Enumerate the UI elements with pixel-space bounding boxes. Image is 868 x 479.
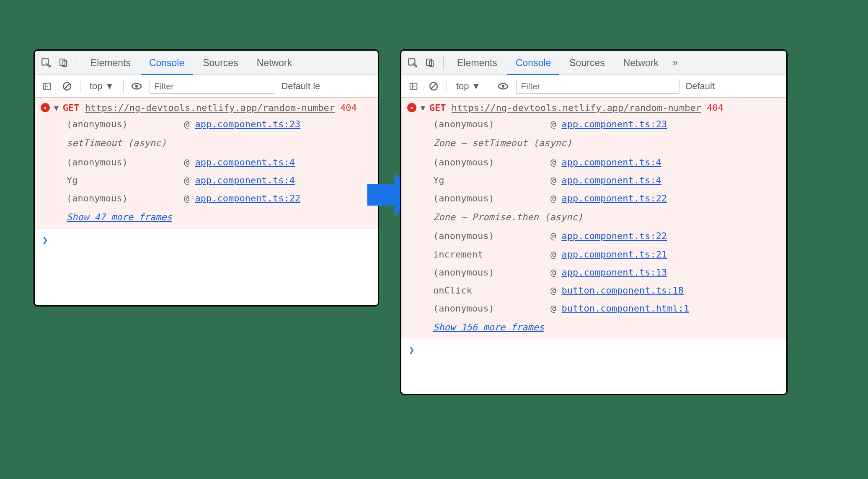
- source-link[interactable]: app.component.ts:22: [562, 193, 667, 203]
- stack-frame-source: @ app.component.ts:4: [184, 173, 372, 188]
- tab-network[interactable]: Network: [615, 51, 667, 75]
- prompt-chevron-icon: ❯: [42, 234, 48, 245]
- stack-frame-source: @ app.component.ts:13: [550, 265, 780, 280]
- source-link[interactable]: button.component.ts:18: [562, 285, 684, 296]
- svg-point-13: [502, 85, 505, 88]
- separator: [447, 80, 447, 93]
- show-more-frames-link[interactable]: Show 47 more frames: [67, 212, 172, 222]
- more-tabs-icon[interactable]: »: [669, 57, 682, 68]
- stack-trace: (anonymous)@ app.component.ts:23setTimeo…: [41, 115, 372, 224]
- filter-input[interactable]: [516, 79, 679, 94]
- live-expression-icon[interactable]: [496, 79, 510, 93]
- http-method: GET: [429, 103, 446, 113]
- stack-frame-fn: (anonymous): [67, 155, 184, 170]
- console-prompt[interactable]: ❯: [401, 339, 786, 361]
- stack-frame-source: @ app.component.ts:4: [550, 155, 780, 170]
- separator: [123, 80, 124, 93]
- devtools-window-before: Elements Console Sources Network top ▼ D…: [34, 49, 379, 306]
- console-error-entry: ✕ ▼ GET https://ng-devtools.netlify.app/…: [35, 98, 378, 229]
- source-link[interactable]: app.component.ts:4: [195, 175, 295, 185]
- prompt-chevron-icon: ❯: [409, 345, 414, 355]
- http-method: GET: [63, 103, 80, 113]
- svg-point-6: [135, 85, 138, 88]
- error-url[interactable]: https://ng-devtools.netlify.app/random-n…: [85, 103, 335, 113]
- stack-frame-source: @ app.component.ts:4: [184, 155, 372, 170]
- stack-frame-fn: (anonymous): [433, 155, 550, 170]
- tab-sources[interactable]: Sources: [194, 51, 246, 75]
- context-selector[interactable]: top ▼: [86, 81, 117, 92]
- stack-frame-source: @ button.component.html:1: [550, 301, 780, 316]
- disclosure-triangle-icon[interactable]: ▼: [421, 102, 425, 114]
- toggle-sidebar-icon[interactable]: [406, 79, 421, 93]
- console-body: ✕ ▼ GET https://ng-devtools.netlify.app/…: [35, 98, 378, 251]
- devtools-window-after: Elements Console Sources Network » top ▼…: [400, 49, 788, 395]
- tab-console[interactable]: Console: [141, 51, 193, 75]
- source-link[interactable]: app.component.ts:22: [562, 231, 667, 241]
- show-more-frames-link[interactable]: Show 156 more frames: [433, 322, 544, 332]
- console-prompt[interactable]: ❯: [35, 229, 378, 250]
- context-label: top: [456, 81, 469, 92]
- stack-frame-source: @ app.component.ts:22: [184, 191, 372, 206]
- inspect-icon[interactable]: [405, 55, 421, 71]
- clear-console-icon[interactable]: [426, 79, 441, 93]
- console-toolbar: top ▼ Default le: [35, 75, 378, 98]
- context-selector[interactable]: top ▼: [453, 81, 484, 92]
- tab-elements[interactable]: Elements: [449, 51, 506, 75]
- clear-console-icon[interactable]: [60, 79, 74, 93]
- tab-elements[interactable]: Elements: [82, 51, 139, 75]
- stack-frame-fn: Yg: [433, 173, 550, 188]
- console-error-entry: ✕ ▼ GET https://ng-devtools.netlify.app/…: [401, 98, 786, 339]
- source-link[interactable]: app.component.ts:4: [562, 157, 661, 167]
- toggle-sidebar-icon[interactable]: [40, 79, 54, 93]
- error-icon: ✕: [41, 103, 50, 112]
- error-summary: GET https://ng-devtools.netlify.app/rand…: [429, 100, 780, 115]
- context-label: top: [90, 81, 103, 92]
- stack-frame-fn: (anonymous): [433, 117, 550, 131]
- dropdown-caret-icon: ▼: [472, 81, 481, 92]
- source-link[interactable]: app.component.ts:13: [562, 267, 667, 278]
- source-link[interactable]: app.component.ts:21: [562, 249, 667, 260]
- stack-frame-fn: (anonymous): [67, 191, 184, 206]
- separator: [490, 80, 490, 93]
- source-link[interactable]: app.component.ts:22: [195, 193, 301, 203]
- stack-frame-source: @ app.component.ts:23: [550, 117, 780, 131]
- stack-frame-source: @ app.component.ts:22: [550, 229, 780, 243]
- log-level-selector[interactable]: Default le: [281, 81, 320, 92]
- console-body: ✕ ▼ GET https://ng-devtools.netlify.app/…: [401, 98, 786, 361]
- stack-frame-source: @ button.component.ts:18: [550, 283, 780, 298]
- live-expression-icon[interactable]: [129, 79, 144, 93]
- device-toggle-icon[interactable]: [422, 55, 438, 71]
- device-toggle-icon[interactable]: [56, 55, 72, 71]
- stack-frame-source: @ app.component.ts:22: [550, 191, 780, 206]
- stack-async-label: Zone – setTimeout (async): [433, 135, 780, 151]
- stack-frame-fn: Yg: [67, 173, 184, 188]
- disclosure-triangle-icon[interactable]: ▼: [54, 102, 59, 114]
- tab-sources[interactable]: Sources: [561, 51, 613, 75]
- stack-frame-fn: (anonymous): [433, 229, 550, 243]
- error-summary: GET https://ng-devtools.netlify.app/rand…: [63, 100, 372, 115]
- separator: [80, 80, 80, 93]
- log-level-selector[interactable]: Default: [685, 81, 715, 92]
- status-code: 404: [340, 103, 357, 113]
- filter-input[interactable]: [150, 79, 275, 94]
- source-link[interactable]: app.component.ts:23: [562, 119, 667, 129]
- stack-trace: (anonymous)@ app.component.ts:23Zone – s…: [407, 115, 780, 335]
- source-link[interactable]: button.component.html:1: [562, 303, 690, 314]
- separator: [443, 56, 444, 70]
- source-link[interactable]: app.component.ts:23: [195, 119, 301, 129]
- tab-console[interactable]: Console: [507, 51, 559, 75]
- inspect-icon[interactable]: [38, 55, 54, 71]
- source-link[interactable]: app.component.ts:4: [562, 175, 661, 185]
- devtools-tabbar: Elements Console Sources Network »: [401, 51, 786, 75]
- error-url[interactable]: https://ng-devtools.netlify.app/random-n…: [452, 103, 701, 113]
- stack-frame-source: @ app.component.ts:21: [550, 247, 780, 262]
- stack-frame-fn: increment: [433, 247, 550, 262]
- stack-frame-source: @ app.component.ts:23: [184, 117, 372, 131]
- stack-frame-fn: (anonymous): [433, 301, 550, 316]
- source-link[interactable]: app.component.ts:4: [195, 157, 295, 167]
- status-code: 404: [707, 103, 723, 113]
- tab-network[interactable]: Network: [248, 51, 300, 75]
- dropdown-caret-icon: ▼: [105, 81, 114, 92]
- stack-async-label: Zone – Promise.then (async): [433, 209, 780, 225]
- stack-frame-fn: (anonymous): [67, 117, 184, 131]
